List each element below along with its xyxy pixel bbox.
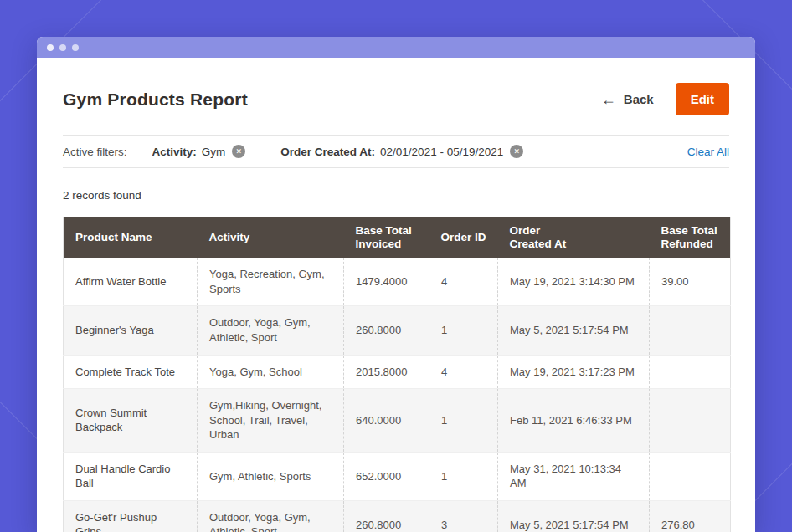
filter-chip-order-created-at: Order Created At: 02/01/2021 - 05/19/202… — [280, 145, 523, 158]
table-cell: Yoga, Gym, School — [198, 355, 344, 389]
remove-filter-icon[interactable]: ✕ — [510, 145, 523, 158]
table-cell: Outdoor, Yoga, Gym, Athletic, Sport — [198, 306, 344, 355]
table-cell: May 19, 2021 3:14:30 PM — [498, 258, 650, 306]
window-dot-icon — [72, 44, 79, 51]
table-cell: Outdoor, Yoga, Gym, Athletic, Sport — [198, 500, 344, 532]
column-header[interactable]: Base Total Invoiced — [344, 217, 429, 258]
table-cell — [650, 355, 731, 389]
table-row: Go-Get'r Pushup GripsOutdoor, Yoga, Gym,… — [64, 500, 731, 532]
table-cell — [650, 452, 731, 500]
table-cell: 640.0000 — [344, 389, 429, 453]
filter-value: Gym — [202, 146, 226, 158]
column-header[interactable]: Order ID — [429, 217, 498, 258]
report-table: Product NameActivityBase Total InvoicedO… — [63, 217, 731, 532]
edit-button[interactable]: Edit — [676, 83, 729, 115]
active-filters-bar: Active filters: Activity: Gym ✕ Order Cr… — [63, 135, 729, 168]
table-header-row: Product NameActivityBase Total InvoicedO… — [64, 217, 731, 258]
table-cell — [650, 389, 731, 453]
app-window: Gym Products Report ← Back Edit Active f… — [37, 37, 755, 532]
active-filters-label: Active filters: — [63, 146, 127, 158]
table-cell: 276.80 — [650, 500, 731, 532]
back-arrow-icon: ← — [601, 92, 616, 107]
table-cell: 39.00 — [650, 258, 731, 306]
table-cell: Beginner's Yaga — [64, 306, 198, 355]
table-cell: Yoga, Recreation, Gym, Sports — [198, 258, 344, 306]
table-cell: Affirm Water Bottle — [64, 258, 198, 306]
table-cell: Feb 11, 2021 6:46:33 PM — [498, 389, 650, 453]
table-cell: Gym,Hiking, Overnight, School, Trail, Tr… — [198, 389, 344, 453]
column-header[interactable]: Order Created At — [498, 217, 650, 258]
column-header[interactable]: Base Total Refunded — [650, 217, 731, 258]
table-cell: 3 — [429, 500, 498, 532]
page-content: Gym Products Report ← Back Edit Active f… — [37, 58, 755, 532]
table-cell: May 5, 2021 5:17:54 PM — [498, 500, 650, 532]
table-cell: 1 — [429, 452, 498, 500]
table-cell — [650, 306, 731, 355]
window-titlebar — [37, 37, 755, 58]
column-header[interactable]: Activity — [198, 217, 344, 258]
remove-filter-icon[interactable]: ✕ — [232, 145, 245, 158]
table-cell: 2015.8000 — [344, 355, 429, 389]
table-cell: Gym, Athletic, Sports — [198, 452, 344, 500]
column-header[interactable]: Product Name — [64, 217, 198, 258]
table-cell: Dual Handle Cardio Ball — [64, 452, 198, 500]
filter-name: Order Created At: — [280, 146, 375, 158]
table-cell: 260.8000 — [344, 306, 429, 355]
filter-name: Activity: — [152, 146, 197, 158]
page-title: Gym Products Report — [63, 90, 601, 110]
table-body: Affirm Water BottleYoga, Recreation, Gym… — [64, 258, 731, 532]
filter-value: 02/01/2021 - 05/19/2021 — [380, 146, 503, 158]
window-dot-icon — [47, 44, 54, 51]
table-cell: 4 — [429, 355, 498, 389]
back-label: Back — [624, 92, 654, 106]
table-cell: May 31, 2021 10:13:34 AM — [498, 452, 650, 500]
records-found-text: 2 records found — [63, 189, 729, 202]
table-cell: 1479.4000 — [344, 258, 429, 306]
table-cell: 4 — [429, 258, 498, 306]
table-cell: 652.0000 — [344, 452, 429, 500]
table-row: Dual Handle Cardio BallGym, Athletic, Sp… — [64, 452, 731, 500]
back-button[interactable]: ← Back — [601, 92, 654, 107]
table-cell: 1 — [429, 306, 498, 355]
table-row: Affirm Water BottleYoga, Recreation, Gym… — [64, 258, 731, 306]
table-cell: 1 — [429, 389, 498, 453]
page-header: Gym Products Report ← Back Edit — [63, 58, 729, 115]
filter-chip-activity: Activity: Gym ✕ — [152, 145, 246, 158]
table-cell: May 5, 2021 5:17:54 PM — [498, 306, 650, 355]
window-dot-icon — [59, 44, 66, 51]
table-cell: May 19, 2021 3:17:23 PM — [498, 355, 650, 389]
table-cell: Go-Get'r Pushup Grips — [64, 500, 198, 532]
table-row: Beginner's YagaOutdoor, Yoga, Gym, Athle… — [64, 306, 731, 355]
table-row: Complete Track ToteYoga, Gym, School2015… — [64, 355, 731, 389]
table-cell: Crown Summit Backpack — [64, 389, 198, 453]
table-cell: Complete Track Tote — [64, 355, 198, 389]
table-row: Crown Summit BackpackGym,Hiking, Overnig… — [64, 389, 731, 453]
clear-all-filters-link[interactable]: Clear All — [687, 146, 729, 158]
table-cell: 260.8000 — [344, 500, 429, 532]
